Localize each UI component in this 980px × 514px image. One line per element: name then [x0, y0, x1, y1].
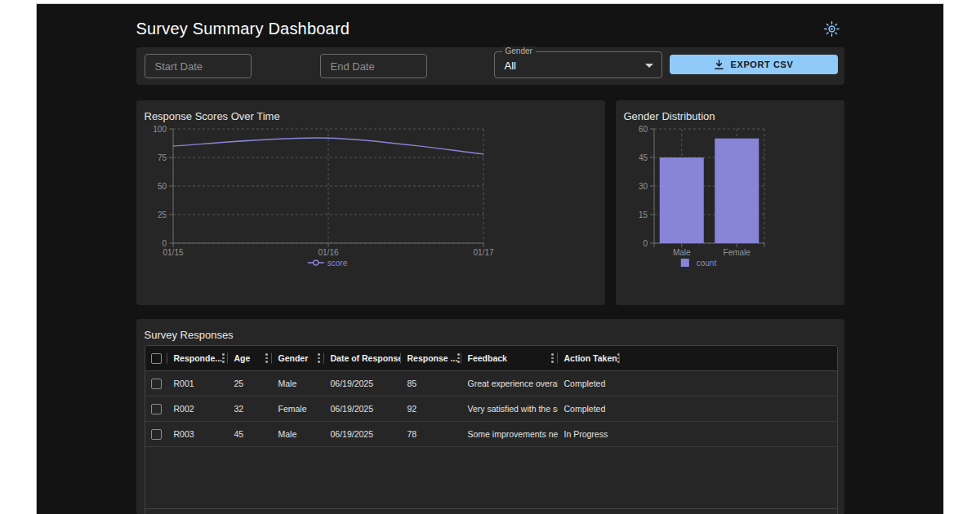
y-tick-label: 75: [157, 153, 167, 162]
table-footer: [145, 508, 837, 514]
legend-label[interactable]: count: [696, 259, 716, 268]
kebab-menu-icon[interactable]: [457, 353, 460, 363]
column-header-label: Response ...: [408, 353, 458, 363]
row-checkbox[interactable]: [151, 404, 162, 414]
row-checkbox-cell: [145, 397, 167, 421]
y-tick-label: 100: [153, 125, 167, 134]
x-tick-label: 01/15: [163, 248, 183, 257]
table-cell[interactable]: Male: [272, 422, 324, 446]
table-cell[interactable]: In Progress: [558, 422, 620, 446]
export-csv-label: EXPORT CSV: [731, 60, 794, 69]
table-title: Survey Responses: [145, 329, 234, 341]
bar-male[interactable]: [659, 157, 703, 243]
table-cell[interactable]: Male: [272, 371, 324, 396]
table-cell[interactable]: Completed: [558, 397, 620, 421]
bar-female[interactable]: [715, 139, 759, 243]
table-cell[interactable]: R002: [167, 397, 228, 421]
gender-select[interactable]: Gender All: [494, 51, 662, 78]
download-icon: [714, 60, 724, 70]
table-cell[interactable]: 32: [228, 397, 272, 421]
table-header-row: Responde...AgeGenderDate of ResponseResp…: [145, 346, 837, 371]
y-tick-label: 25: [157, 210, 167, 219]
table-cell[interactable]: 45: [228, 422, 272, 446]
legend-marker-icon: [313, 260, 318, 265]
gender-select-label: Gender: [502, 47, 536, 56]
column-header-feedback[interactable]: Feedback: [461, 346, 558, 370]
kebab-menu-icon[interactable]: [265, 353, 268, 363]
export-csv-button[interactable]: EXPORT CSV: [670, 55, 838, 74]
table-row[interactable]: R00232Female06/19/202592Very satisfied w…: [145, 397, 837, 422]
table-panel: Survey Responses Responde...AgeGenderDat…: [136, 319, 844, 514]
table-cell[interactable]: Great experience overall: [461, 371, 558, 396]
row-checkbox[interactable]: [151, 429, 162, 440]
select-all-checkbox[interactable]: [151, 353, 162, 364]
y-tick-label: 30: [638, 182, 648, 191]
chevron-down-icon: [645, 64, 653, 68]
table-row[interactable]: R00345Male06/19/202578Some improvements …: [145, 422, 837, 447]
column-header-label: Age: [234, 353, 251, 363]
legend-label[interactable]: score: [327, 259, 347, 268]
column-header-label: Feedback: [468, 353, 507, 363]
charts-row: Response Scores Over Time 025507510001/1…: [136, 100, 844, 305]
kebab-menu-icon[interactable]: [551, 353, 554, 363]
table-cell[interactable]: 85: [401, 371, 461, 396]
y-tick-label: 15: [638, 210, 648, 219]
gender-select-value: All: [505, 59, 516, 71]
table-cell[interactable]: 06/19/2025: [324, 397, 401, 421]
kebab-menu-icon[interactable]: [222, 353, 225, 363]
y-tick-label: 0: [643, 239, 648, 248]
row-checkbox[interactable]: [151, 379, 162, 389]
dashboard-root: Survey Summary Dashboard Gender: [36, 3, 944, 514]
table-cell[interactable]: R003: [167, 422, 228, 446]
column-header-gender[interactable]: Gender: [272, 346, 324, 370]
bar-chart-panel: Gender Distribution 015304560MaleFemalec…: [616, 100, 844, 305]
column-header-responde[interactable]: Responde...: [167, 346, 228, 370]
x-tick-label: 01/17: [473, 248, 493, 257]
table-cell[interactable]: Some improvements nee...: [461, 422, 558, 446]
table-cell[interactable]: 06/19/2025: [324, 371, 401, 396]
start-date-input[interactable]: [145, 54, 252, 78]
y-tick-label: 60: [638, 125, 648, 134]
table-row[interactable]: R00125Male06/19/202585Great experience o…: [145, 371, 837, 397]
bar-chart: 015304560MaleFemalecount: [616, 100, 844, 305]
table-cell[interactable]: Completed: [558, 371, 620, 396]
table-cell[interactable]: Very satisfied with the ser...: [461, 397, 558, 421]
line-chart: 025507510001/1501/1601/17score: [136, 100, 605, 305]
line-chart-panel: Response Scores Over Time 025507510001/1…: [136, 100, 605, 305]
column-header-label: Date of Response: [331, 353, 401, 363]
y-tick-label: 45: [638, 153, 648, 162]
table-cell[interactable]: 78: [401, 422, 461, 446]
x-tick-label: Female: [723, 248, 751, 257]
column-header-action-taken[interactable]: Action Taken: [558, 346, 620, 370]
header: Survey Summary Dashboard: [136, 4, 844, 40]
table-cell[interactable]: 92: [401, 397, 461, 421]
table-cell[interactable]: Female: [272, 397, 324, 421]
light-mode-sun-icon: [824, 21, 840, 37]
column-header-response[interactable]: Response ...: [401, 346, 461, 370]
column-header-label: Responde...: [174, 353, 223, 363]
page-title: Survey Summary Dashboard: [136, 20, 350, 38]
column-header-label: Gender: [278, 353, 309, 363]
row-checkbox-cell: [145, 371, 167, 396]
end-date-input[interactable]: [320, 54, 427, 78]
column-header-label: Action Taken: [564, 353, 617, 363]
x-tick-label: 01/16: [318, 248, 338, 257]
table-cell[interactable]: R001: [167, 371, 228, 396]
legend-square-icon: [680, 259, 688, 267]
y-tick-label: 50: [157, 182, 167, 191]
y-tick-label: 0: [162, 239, 167, 248]
x-tick-label: Male: [672, 248, 690, 257]
bar-chart-title: Gender Distribution: [624, 110, 715, 122]
kebab-menu-icon[interactable]: [318, 353, 320, 363]
column-header-age[interactable]: Age: [228, 346, 272, 370]
filter-bar: Gender All EXPORT CSV: [136, 47, 844, 85]
select-all-header-cell: [145, 346, 167, 370]
line-chart-title: Response Scores Over Time: [145, 110, 280, 122]
survey-responses-table: Responde...AgeGenderDate of ResponseResp…: [145, 345, 838, 514]
row-checkbox-cell: [145, 422, 167, 446]
column-header-date-of-response[interactable]: Date of Response: [324, 346, 401, 370]
table-cell[interactable]: 25: [228, 371, 272, 396]
table-cell[interactable]: 06/19/2025: [324, 422, 401, 446]
theme-toggle-button[interactable]: [822, 18, 843, 39]
